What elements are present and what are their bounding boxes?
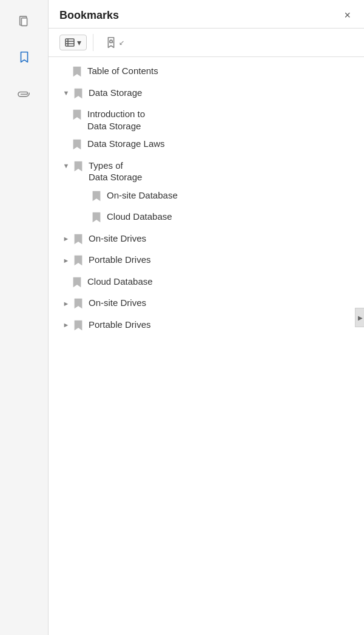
bookmark-list-item[interactable]: ▼ Data Storage xyxy=(49,84,364,106)
bookmark-icon xyxy=(73,254,84,270)
bookmark-label: On-site Drives xyxy=(89,233,357,245)
chevron-right-icon: ► xyxy=(61,298,72,309)
panel-toolbar: ▾ ↙ xyxy=(49,29,364,57)
bookmark-icon xyxy=(72,276,83,291)
bookmarks-panel: Bookmarks × ▾ ↙ xyxy=(49,0,364,635)
bookmark-list-item[interactable]: ▼ Types ofData Storage xyxy=(49,157,364,186)
bookmark-list-item[interactable]: ► On-site Drives xyxy=(49,294,364,316)
collapse-panel-button[interactable]: ▶ xyxy=(355,308,364,327)
bookmark-label: Introduction toData Storage xyxy=(87,108,357,132)
chevron-right-icon: ► xyxy=(61,234,72,245)
list-view-button[interactable]: ▾ xyxy=(59,35,87,50)
bookmark-list-item[interactable]: ► On-site Drives xyxy=(49,229,364,251)
close-button[interactable]: × xyxy=(342,8,353,22)
bookmark-label: Cloud Database xyxy=(107,211,357,223)
chevron-right-icon: ► xyxy=(61,320,72,331)
pages-sidebar-icon[interactable] xyxy=(12,10,36,34)
chevron-right-icon: ► xyxy=(61,255,72,266)
sidebar xyxy=(0,0,49,635)
svg-rect-2 xyxy=(66,39,74,46)
bookmark-label: Types ofData Storage xyxy=(89,160,357,183)
panel-title: Bookmarks xyxy=(59,9,119,22)
bookmark-icon xyxy=(73,233,84,248)
bookmark-list-item[interactable]: Cloud Database xyxy=(49,273,364,294)
bookmark-icon xyxy=(91,190,102,205)
attachments-sidebar-icon[interactable] xyxy=(12,80,36,104)
chevron-down-icon: ▼ xyxy=(61,88,72,99)
toolbar-divider xyxy=(93,34,93,51)
cursor-indicator: ↙ xyxy=(119,39,124,47)
bookmark-label: Portable Drives xyxy=(89,319,357,331)
bookmark-list-item[interactable]: ► Portable Drives xyxy=(49,251,364,273)
bookmark-icon xyxy=(73,319,84,334)
bookmark-list-item[interactable]: ► Portable Drives xyxy=(49,316,364,338)
bookmark-icon xyxy=(73,160,84,175)
bookmark-label: On-site Database xyxy=(107,189,357,202)
list-view-icon: ▾ xyxy=(77,38,81,47)
bookmark-label: Table of Contents xyxy=(87,65,357,77)
bookmark-list-item[interactable]: Data Storage Laws xyxy=(49,135,364,157)
bookmark-icon xyxy=(72,66,83,81)
bookmark-label: Portable Drives xyxy=(89,254,357,266)
bookmark-list-item[interactable]: Introduction toData Storage xyxy=(49,105,364,135)
bookmark-label: On-site Drives xyxy=(89,297,357,309)
svg-rect-1 xyxy=(21,18,27,26)
bookmark-icon xyxy=(73,87,84,103)
bookmark-icon xyxy=(72,109,83,124)
bookmark-list-item[interactable]: Cloud Database xyxy=(49,208,364,229)
bookmark-list-item[interactable]: Table of Contents xyxy=(49,62,364,84)
bookmark-label: Cloud Database xyxy=(87,276,357,288)
bookmark-list: Table of Contents ▼ Data Storage Introdu… xyxy=(49,57,364,635)
bookmark-label: Data Storage Laws xyxy=(87,138,357,150)
bookmark-label: Data Storage xyxy=(89,87,357,99)
add-bookmark-button[interactable]: ↙ xyxy=(99,33,129,52)
chevron-down-icon: ▼ xyxy=(61,161,72,172)
bookmark-list-item[interactable]: On-site Database xyxy=(49,186,364,208)
bookmark-icon xyxy=(72,138,83,154)
bookmarks-sidebar-icon[interactable] xyxy=(12,45,36,69)
bookmark-icon xyxy=(91,211,102,226)
bookmark-icon xyxy=(73,297,84,313)
panel-header: Bookmarks × xyxy=(49,0,364,29)
